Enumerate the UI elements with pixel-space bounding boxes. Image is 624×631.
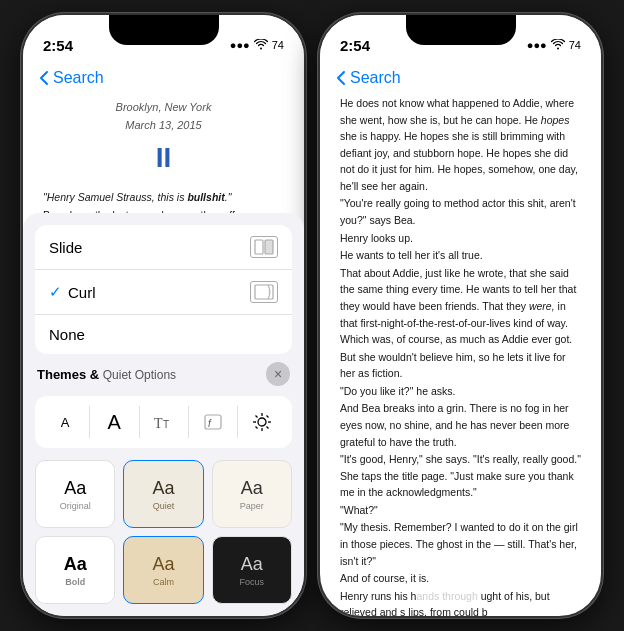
left-status-bar: 2:54 ●●● 74 (23, 15, 304, 65)
theme-original-preview: Aa (64, 478, 86, 499)
right-phone: 2:54 ●●● 74 Search (318, 13, 603, 618)
svg-text:T: T (154, 416, 163, 431)
right-battery-icon: 74 (569, 39, 581, 51)
right-notch (406, 15, 516, 45)
right-signal-icon: ●●● (527, 39, 547, 51)
slide-label: Slide (49, 239, 82, 256)
theme-grid: Aa Original Aa Quiet Aa Paper Aa Bold Aa (23, 454, 304, 616)
divider3 (188, 406, 189, 438)
themes-label: Themes & Quiet Options (37, 367, 176, 382)
transition-options: Slide ✓ Curl None (35, 225, 292, 354)
font-family-button[interactable]: TT (146, 404, 182, 440)
theme-calm-name: Calm (153, 577, 174, 587)
font-increase-button[interactable]: A (96, 404, 132, 440)
theme-focus-preview: Aa (241, 554, 263, 575)
left-time: 2:54 (43, 37, 73, 54)
battery-icon: 74 (272, 39, 284, 51)
svg-line-15 (256, 427, 258, 429)
signal-icon: ●●● (230, 39, 250, 51)
theme-focus[interactable]: Aa Focus (212, 536, 292, 604)
transition-slide[interactable]: Slide (35, 225, 292, 270)
phones-container: 2:54 ●●● 74 Search (21, 13, 603, 618)
notch (109, 15, 219, 45)
theme-original-name: Original (60, 501, 91, 511)
theme-bold[interactable]: Aa Bold (35, 536, 115, 604)
theme-quiet-preview: Aa (152, 478, 174, 499)
right-back-label: Search (350, 69, 401, 87)
font-decrease-button[interactable]: A (47, 404, 83, 440)
divider2 (139, 406, 140, 438)
font-style-button[interactable]: f (195, 404, 231, 440)
svg-line-14 (267, 416, 269, 418)
svg-line-12 (256, 416, 258, 418)
close-button[interactable]: × (266, 362, 290, 386)
transition-curl[interactable]: ✓ Curl (35, 270, 292, 315)
svg-rect-1 (265, 240, 273, 254)
divider4 (237, 406, 238, 438)
theme-bold-name: Bold (65, 577, 85, 587)
font-controls: A A TT f (35, 396, 292, 448)
right-text-area: He does not know what happened to Addie,… (320, 95, 601, 618)
check-icon: ✓ (49, 283, 62, 301)
right-status-icons: ●●● 74 (527, 39, 581, 52)
right-wifi-icon (551, 39, 565, 52)
themes-header: Themes & Quiet Options × (23, 354, 304, 390)
left-back-button[interactable]: Search (39, 69, 104, 87)
back-label: Search (53, 69, 104, 87)
panel-overlay: Slide ✓ Curl None Themes (23, 213, 304, 616)
chapter-number: II (43, 136, 284, 181)
divider1 (89, 406, 90, 438)
none-label: None (49, 326, 85, 343)
book-location: Brooklyn, New York March 13, 2015 (43, 95, 284, 134)
svg-text:T: T (163, 419, 169, 430)
curl-label: Curl (68, 284, 250, 301)
left-phone: 2:54 ●●● 74 Search (21, 13, 306, 618)
theme-calm-preview: Aa (152, 554, 174, 575)
right-back-button[interactable]: Search (336, 69, 401, 87)
svg-rect-0 (255, 240, 263, 254)
theme-original[interactable]: Aa Original (35, 460, 115, 528)
svg-line-13 (267, 427, 269, 429)
right-time: 2:54 (340, 37, 370, 54)
left-nav-bar[interactable]: Search (23, 65, 304, 95)
theme-calm[interactable]: Aa Calm (123, 536, 203, 604)
svg-point-7 (258, 418, 266, 426)
wifi-icon (254, 39, 268, 52)
theme-paper-preview: Aa (241, 478, 263, 499)
right-nav-bar[interactable]: Search (320, 65, 601, 95)
left-status-icons: ●●● 74 (230, 39, 284, 52)
theme-paper[interactable]: Aa Paper (212, 460, 292, 528)
theme-focus-name: Focus (240, 577, 265, 587)
brightness-button[interactable] (244, 404, 280, 440)
theme-quiet-name: Quiet (153, 501, 175, 511)
theme-paper-name: Paper (240, 501, 264, 511)
transition-none[interactable]: None (35, 315, 292, 354)
theme-quiet[interactable]: Aa Quiet (123, 460, 203, 528)
right-status-bar: 2:54 ●●● 74 (320, 15, 601, 65)
curl-icon (250, 281, 278, 303)
slide-icon (250, 236, 278, 258)
svg-text:f: f (208, 418, 212, 429)
theme-bold-preview: Aa (64, 554, 87, 575)
